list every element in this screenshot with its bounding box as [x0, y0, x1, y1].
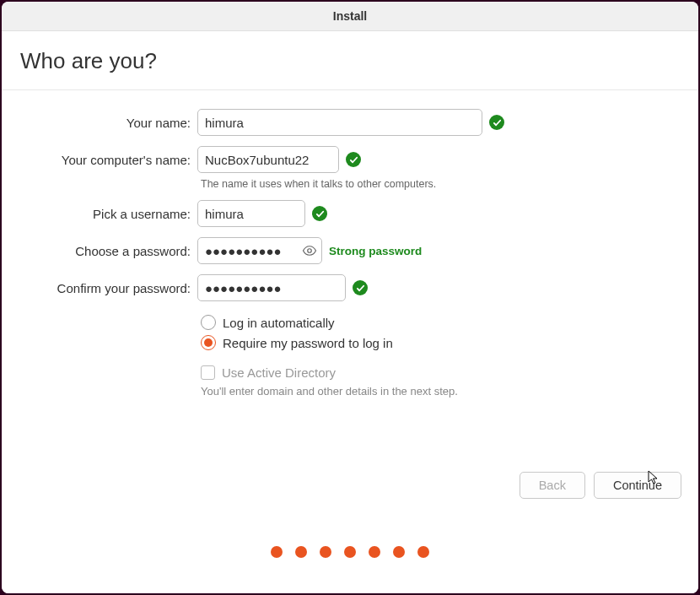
confirm-label: Confirm your password:: [2, 281, 197, 295]
name-label: Your name:: [2, 116, 197, 130]
radio-icon[interactable]: [201, 335, 216, 350]
back-button[interactable]: Back: [520, 472, 585, 499]
password-row: Choose a password: Strong password: [2, 237, 698, 264]
login-auto-label: Log in automatically: [223, 316, 335, 330]
window-title: Install: [333, 9, 367, 23]
check-icon: [312, 206, 327, 221]
computer-name-input[interactable]: [197, 146, 339, 173]
button-bar: Back Continue: [520, 472, 681, 499]
svg-point-0: [308, 249, 312, 253]
check-icon: [353, 280, 368, 295]
confirm-password-input[interactable]: [197, 274, 346, 301]
content-area: Who are you? Your name: Your computer's …: [2, 31, 698, 593]
name-input[interactable]: [197, 109, 482, 136]
check-icon: [489, 115, 504, 130]
progress-dot: [344, 546, 356, 558]
progress-dot: [393, 546, 405, 558]
progress-dots: [271, 546, 429, 558]
window-titlebar: Install: [2, 2, 698, 31]
progress-dot: [295, 546, 307, 558]
computer-row: Your computer's name:: [2, 146, 698, 173]
password-strength: Strong password: [329, 245, 422, 257]
progress-dot: [417, 546, 429, 558]
progress-dot: [271, 546, 283, 558]
active-directory-option[interactable]: Use Active Directory: [201, 365, 698, 380]
checkbox-icon[interactable]: [201, 365, 215, 380]
show-password-icon[interactable]: [302, 243, 317, 258]
password-label: Choose a password:: [2, 244, 197, 258]
check-icon: [346, 152, 361, 167]
progress-dot: [369, 546, 380, 558]
confirm-row: Confirm your password:: [2, 274, 698, 301]
progress-dot: [320, 546, 331, 558]
continue-button[interactable]: Continue: [594, 472, 681, 499]
login-auto-option[interactable]: Log in automatically: [201, 315, 698, 330]
username-input[interactable]: [197, 200, 305, 227]
computer-hint: The name it uses when it talks to other …: [201, 178, 698, 190]
ad-hint: You'll enter domain and other details in…: [201, 385, 698, 398]
install-window: Install Who are you? Your name: Your com…: [2, 2, 698, 593]
username-label: Pick a username:: [2, 207, 197, 221]
computer-label: Your computer's name:: [2, 153, 197, 167]
login-require-option[interactable]: Require my password to log in: [201, 335, 698, 350]
radio-icon[interactable]: [201, 315, 216, 330]
user-form: Your name: Your computer's name: The: [2, 90, 698, 398]
login-require-label: Require my password to log in: [223, 336, 393, 350]
active-directory-label: Use Active Directory: [222, 365, 336, 380]
username-row: Pick a username:: [2, 200, 698, 227]
name-row: Your name:: [2, 109, 698, 136]
page-heading: Who are you?: [2, 31, 698, 90]
